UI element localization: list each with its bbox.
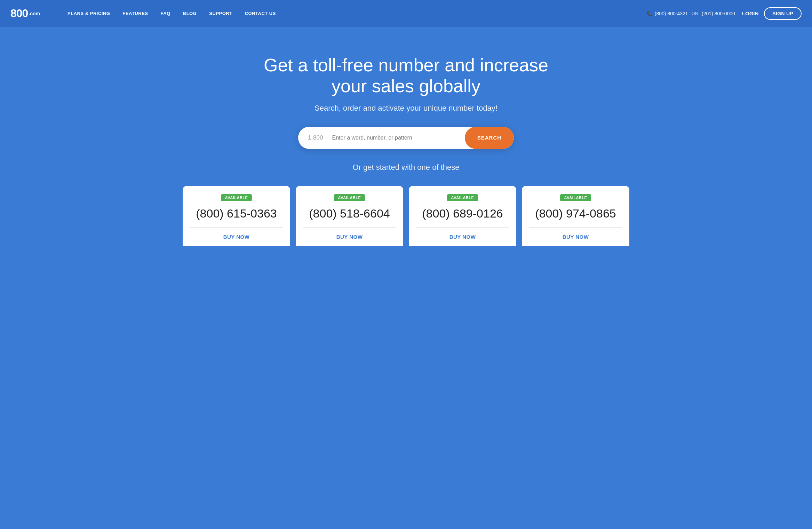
hero-section: Get a toll-free number and increase your… [0,27,812,172]
buy-now-button-2[interactable]: BUY NOW [303,228,396,246]
buy-now-button-1[interactable]: BUY NOW [190,228,283,246]
available-badge-2: AVAILABLE [334,194,365,201]
phone-number-card-3: (800) 689-0126 [422,207,503,220]
navbar-phone: 📞 (800) 800-4321 OR (201) 800-0000 [647,11,735,16]
search-prefix: 1-800 [298,134,328,141]
number-card-3: AVAILABLE (800) 689-0126 BUY NOW [409,186,516,246]
number-card-2: AVAILABLE (800) 518-6604 BUY NOW [296,186,403,246]
signup-button[interactable]: SIGN UP [764,7,802,20]
available-badge-3: AVAILABLE [447,194,478,201]
hero-subtitle: Search, order and activate your unique n… [7,104,805,113]
phone-number-card-4: (800) 974-0865 [535,207,616,220]
phone-or: OR [692,11,699,16]
nav-contact-us[interactable]: CONTACT US [239,11,282,16]
cards-section: AVAILABLE (800) 615-0363 BUY NOW AVAILAB… [0,186,812,246]
phone-number-card-1: (800) 615-0363 [196,207,277,220]
search-input[interactable] [328,135,464,141]
logo-main: 800 [10,7,28,20]
logo-suffix: .com [29,11,40,16]
number-card-4: AVAILABLE (800) 974-0865 BUY NOW [522,186,629,246]
buy-now-button-3[interactable]: BUY NOW [416,228,509,246]
cards-container: AVAILABLE (800) 615-0363 BUY NOW AVAILAB… [180,186,632,246]
nav-links: PLANS & PRICING FEATURES FAQ BLOG SUPPOR… [61,11,647,16]
navbar: 800 .com PLANS & PRICING FEATURES FAQ BL… [0,0,812,27]
navbar-auth: LOGIN SIGN UP [742,7,802,20]
available-badge-1: AVAILABLE [221,194,252,201]
hero-alt-text: Or get started with one of these [7,163,805,172]
buy-now-button-4[interactable]: BUY NOW [529,228,622,246]
hero-title: Get a toll-free number and increase your… [249,55,563,97]
search-bar: 1-800 SEARCH [298,127,514,149]
logo[interactable]: 800 .com [10,7,40,20]
nav-plans-pricing[interactable]: PLANS & PRICING [61,11,116,16]
nav-faq[interactable]: FAQ [154,11,177,16]
number-card-1: AVAILABLE (800) 615-0363 BUY NOW [183,186,290,246]
phone-number-1: (800) 800-4321 [655,11,688,16]
nav-features[interactable]: FEATURES [116,11,154,16]
search-container: 1-800 SEARCH [7,127,805,149]
phone-number-card-2: (800) 518-6604 [309,207,390,220]
nav-divider [54,7,54,21]
phone-number-2: (201) 800-0000 [702,11,735,16]
login-link[interactable]: LOGIN [742,10,759,16]
nav-support[interactable]: SUPPORT [203,11,238,16]
available-badge-4: AVAILABLE [560,194,591,201]
search-button[interactable]: SEARCH [465,127,514,149]
phone-icon: 📞 [647,11,653,16]
nav-blog[interactable]: BLOG [177,11,203,16]
